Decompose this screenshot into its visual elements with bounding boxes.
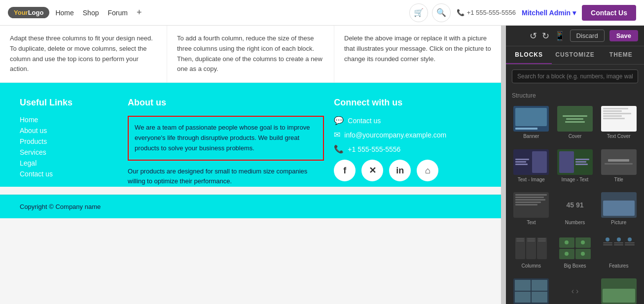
about-heading: About us (128, 98, 324, 108)
cover-label: Cover (569, 134, 582, 139)
logo[interactable]: YourLogo (8, 7, 49, 18)
tab-blocks[interactable]: BLOCKS (506, 46, 552, 64)
text-image-label: Text - Image (518, 177, 545, 182)
big-boxes-label: Big Boxes (564, 263, 586, 269)
linkedin-button[interactable]: in (389, 160, 411, 181)
col-block-2: To add a fourth column, reduce the size … (167, 26, 334, 82)
panel-search-area (506, 65, 644, 88)
useful-links-heading: Useful Links (20, 98, 118, 108)
text-image-thumb (513, 149, 549, 175)
tab-theme[interactable]: THEME (598, 46, 644, 64)
block-numbers[interactable]: 45 91 Numbers (554, 189, 597, 232)
nav-forum[interactable]: Forum (107, 9, 127, 17)
chat-icon: 💬 (334, 116, 344, 125)
col-block-1: Adapt these three columns to fit your de… (0, 26, 167, 82)
connect-contact: 💬 Contact us (334, 116, 481, 125)
landscape1-thumb (513, 278, 549, 304)
nav-home[interactable]: Home (55, 9, 73, 17)
block-features[interactable]: Features (597, 233, 640, 275)
block-image-text[interactable]: Image - Text (554, 146, 597, 189)
block-text-image[interactable]: Text - Image (510, 146, 553, 189)
right-panel: ↺ ↻ 📱 Discard Save BLOCKS CUSTOMIZE THEM… (506, 26, 644, 304)
picture-label: Picture (611, 220, 626, 225)
home-button[interactable]: ⌂ (417, 160, 438, 181)
block-cover[interactable]: Cover (554, 103, 597, 145)
block-title[interactable]: Title (597, 146, 640, 189)
columns-thumb (513, 236, 549, 261)
arrow-nav-thumb: ‹ › (557, 278, 593, 304)
banner-thumb (513, 106, 549, 132)
bottom-thumbs: ‹ › (506, 274, 644, 304)
banner-label: Banner (523, 134, 539, 139)
scrollbar[interactable] (501, 26, 506, 304)
structure-label: Structure (506, 88, 644, 103)
search-icon[interactable]: 🔍 (432, 3, 451, 22)
footer-about: About us We are a team of passionate peo… (128, 98, 324, 187)
connect-email: ✉ info@yourcompany.example.com (334, 130, 481, 139)
save-button[interactable]: Save (609, 30, 638, 41)
image-text-label: Image - Text (562, 177, 589, 182)
nav-icons: 🛒 🔍 (409, 3, 451, 22)
nav-shop[interactable]: Shop (83, 9, 99, 17)
facebook-button[interactable]: f (334, 160, 356, 181)
connect-heading: Connect with us (334, 98, 481, 108)
col-block-3: Delete the above image or replace it wit… (334, 26, 501, 82)
block-big-boxes[interactable]: Big Boxes (554, 233, 597, 275)
bottom-block-nav[interactable]: ‹ › (554, 278, 597, 304)
content-area: Adapt these three columns to fit your de… (0, 26, 501, 304)
mobile-preview-icon[interactable]: 📱 (554, 31, 565, 41)
block-picture[interactable]: Picture (597, 189, 640, 232)
block-search-input[interactable] (512, 69, 638, 83)
redo-icon[interactable]: ↻ (542, 31, 549, 41)
connect-phone: 📞 +1 555-555-5556 (334, 144, 481, 154)
footer-link-about[interactable]: About us (20, 127, 118, 135)
footer-link-products[interactable]: Products (20, 137, 118, 145)
nav-links: Home Shop Forum + (55, 7, 142, 18)
email-icon: ✉ (334, 130, 340, 139)
social-row: f ✕ in ⌂ (334, 160, 481, 181)
block-text[interactable]: Text (510, 189, 553, 232)
text-cover-thumb (601, 106, 637, 132)
main-layout: Adapt these three columns to fit your de… (0, 26, 644, 304)
block-banner[interactable]: Banner (510, 103, 553, 145)
footer-section: Useful Links Home About us Products Serv… (0, 83, 501, 187)
panel-tabs: BLOCKS CUSTOMIZE THEME (506, 46, 644, 65)
block-grid: Banner Cover (506, 103, 644, 274)
features-thumb (601, 236, 637, 261)
undo-icon[interactable]: ↺ (530, 31, 537, 41)
bottom-block-1[interactable] (510, 278, 553, 304)
contact-us-button[interactable]: Contact Us (582, 5, 636, 21)
block-text-cover[interactable]: Text Cover (597, 103, 640, 145)
footer-link-legal[interactable]: Legal (20, 159, 118, 167)
numbers-label: Numbers (565, 220, 585, 225)
nav-phone: 📞 +1 555-555-5556 (457, 9, 516, 16)
phone-icon: 📞 (334, 144, 344, 154)
footer-link-services[interactable]: Services (20, 148, 118, 156)
discard-button[interactable]: Discard (570, 30, 605, 42)
cart-icon[interactable]: 🛒 (409, 3, 428, 22)
bottom-block-2[interactable] (597, 278, 640, 304)
landscape2-thumb (601, 278, 637, 304)
footer-useful-links: Useful Links Home About us Products Serv… (20, 98, 118, 187)
twitter-button[interactable]: ✕ (361, 160, 383, 181)
text-label: Text (527, 220, 536, 225)
picture-thumb (601, 192, 637, 218)
next-arrow-icon[interactable]: › (576, 287, 578, 296)
image-text-thumb (557, 149, 593, 175)
footer-links-list: Home About us Products Services Legal Co… (20, 116, 118, 178)
footer-link-contact[interactable]: Contact us (20, 170, 118, 178)
footer-grid: Useful Links Home About us Products Serv… (20, 98, 481, 187)
tab-customize[interactable]: CUSTOMIZE (552, 46, 598, 64)
columns-label: Columns (522, 263, 541, 269)
panel-toolbar: ↺ ↻ 📱 Discard Save (506, 26, 644, 46)
text-cover-label: Text Cover (607, 134, 631, 139)
nav-add[interactable]: + (137, 7, 142, 18)
prev-arrow-icon[interactable]: ‹ (572, 287, 574, 296)
footer-link-home[interactable]: Home (20, 116, 118, 124)
numbers-thumb: 45 91 (557, 192, 593, 218)
block-columns[interactable]: Columns (510, 233, 553, 275)
admin-menu[interactable]: Mitchell Admin ▾ (522, 9, 576, 17)
about-extra: Our products are designed for small to m… (128, 167, 324, 187)
title-thumb (601, 149, 637, 175)
top-nav: YourLogo Home Shop Forum + 🛒 🔍 📞 +1 555-… (0, 0, 644, 26)
